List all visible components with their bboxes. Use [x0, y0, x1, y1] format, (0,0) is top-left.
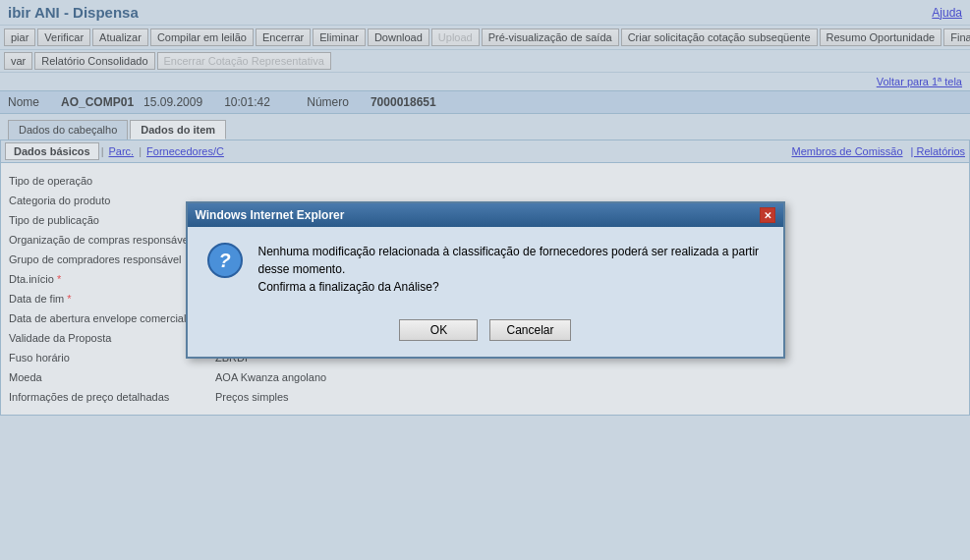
question-icon: ? [207, 243, 243, 278]
dialog-message: Nenhuma modificação relacionada à classi… [258, 243, 764, 296]
dialog-cancel-button[interactable]: Cancelar [489, 319, 570, 341]
dialog-title: Windows Internet Explorer [196, 208, 345, 222]
modal-overlay: Windows Internet Explorer ✕ ? Nenhuma mo… [0, 0, 970, 560]
dialog: Windows Internet Explorer ✕ ? Nenhuma mo… [186, 201, 785, 359]
dialog-close-button[interactable]: ✕ [760, 207, 775, 223]
dialog-buttons: OK Cancelar [188, 311, 783, 357]
dialog-ok-button[interactable]: OK [399, 319, 478, 341]
dialog-body: ? Nenhuma modificação relacionada à clas… [188, 227, 783, 311]
dialog-titlebar: Windows Internet Explorer ✕ [188, 203, 783, 227]
